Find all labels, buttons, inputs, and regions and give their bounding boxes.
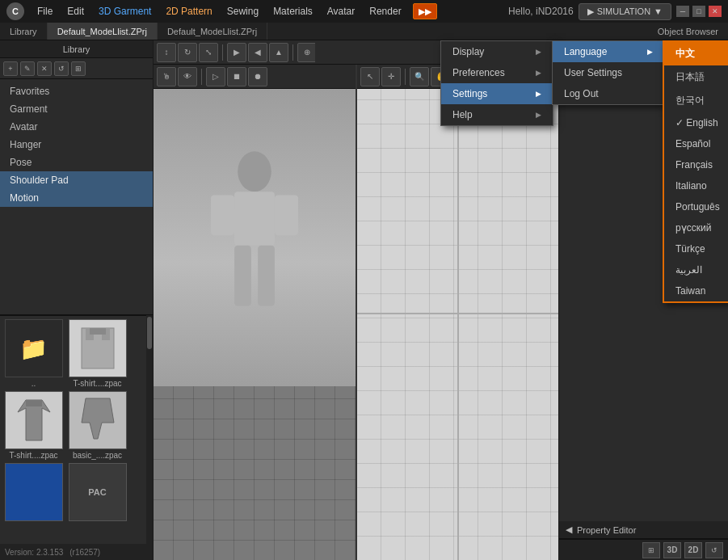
lang-japanese[interactable]: 日本語 [664, 65, 728, 89]
refresh-view-icon[interactable]: ↺ [705, 542, 723, 558]
sidebar-tree: Favorites Garment Avatar Hanger Pose Sho… [0, 79, 153, 314]
view-back[interactable]: ◀ [248, 43, 267, 62]
menu-2d-pattern[interactable]: 2D Pattern [159, 3, 218, 19]
lang-spanish[interactable]: Español [664, 133, 728, 154]
help-label: Help [452, 109, 473, 120]
2d-move[interactable]: ✛ [381, 67, 401, 86]
menu-3d-garment[interactable]: 3D Garment [92, 3, 158, 19]
thumb-tshirt2[interactable]: T-shirt....zpac [3, 391, 64, 460]
display-arrow: ▶ [536, 48, 541, 56]
lang-french[interactable]: Français [664, 154, 728, 175]
refresh-button[interactable]: ↺ [54, 61, 69, 76]
sidebar-item-hanger[interactable]: Hanger [0, 136, 153, 154]
log-out-label: Log Out [564, 88, 599, 99]
toolbar-sep-1 [222, 44, 223, 61]
lang-korean[interactable]: 한국어 [664, 89, 728, 112]
object-browser-tab[interactable]: Object Browser [648, 24, 728, 39]
menu-log-out[interactable]: Log Out [553, 83, 664, 104]
lang-portuguese-label: Português [675, 201, 720, 213]
menu-user-settings[interactable]: User Settings [553, 62, 664, 83]
2d-sel[interactable]: ↖ [360, 67, 380, 86]
3d-tool1[interactable]: ⊕ [297, 43, 317, 62]
settings-label: Settings [452, 88, 487, 99]
sidebar-item-shoulder-pad[interactable]: Shoulder Pad [0, 171, 153, 189]
thumb-pac[interactable]: PAC [67, 463, 128, 523]
right-panel-bottom: ⊞ 3D 2D ↺ [559, 539, 728, 560]
lang-english[interactable]: ✓ English [664, 112, 728, 133]
lang-arabic[interactable]: العربية [664, 259, 728, 280]
view-side[interactable]: ▲ [269, 43, 288, 62]
layout-icon-1[interactable]: ⊞ [642, 542, 660, 558]
center-tab-1[interactable]: Default_ModeLlist.ZPrj [48, 23, 158, 40]
sidebar-item-avatar[interactable]: Avatar [0, 118, 153, 136]
menu-file[interactable]: File [31, 3, 59, 19]
lang-portuguese[interactable]: Português [664, 196, 728, 217]
menu-settings[interactable]: Settings ▶ [441, 83, 553, 104]
settings-submenu: Language ▶ User Settings Log Out [552, 40, 665, 105]
window-controls: ─ □ ✕ [676, 6, 722, 17]
view-2d-icon[interactable]: 2D [684, 542, 702, 558]
viewport-2d[interactable] [357, 65, 559, 560]
menu-display[interactable]: Display ▶ [441, 41, 553, 62]
view-front[interactable]: ▶ [227, 43, 246, 62]
menu-language[interactable]: Language ▶ [553, 41, 664, 62]
thumb-img-folder: 📁 [5, 319, 63, 377]
thumb-label-tshirt2: T-shirt....zpac [5, 451, 63, 460]
collapse-icon: ◀ [566, 524, 572, 535]
minimize-button[interactable]: ─ [676, 6, 689, 17]
user-settings-label: User Settings [564, 67, 622, 78]
panel-header: Library Default_ModeLlist.ZPrj Default_M… [0, 23, 728, 40]
sidebar-item-pose[interactable]: Pose [0, 154, 153, 171]
title-bar-right: Hello, iND2016 ▶ SIMULATION ▼ ─ □ ✕ [508, 3, 722, 20]
delete-item-button[interactable]: ✕ [37, 61, 52, 76]
thumb-folder[interactable]: 📁 .. [3, 319, 64, 388]
3d-sim3[interactable]: ⏺ [248, 67, 267, 86]
view-3d-icon[interactable]: 3D [663, 542, 681, 558]
menu-avatar[interactable]: Avatar [321, 3, 361, 19]
close-button[interactable]: ✕ [709, 6, 722, 17]
edit-item-button[interactable]: ✎ [20, 61, 35, 76]
menu-edit[interactable]: Edit [61, 3, 90, 19]
scale-tool[interactable]: ⤡ [199, 43, 218, 62]
grid-view-button[interactable]: ⊞ [71, 61, 86, 76]
thumb-img-blue [5, 463, 63, 521]
3d-sim2[interactable]: ⏹ [227, 67, 246, 86]
3d-sim1[interactable]: ▷ [206, 67, 225, 86]
3d-nav2[interactable]: 👁 [178, 67, 197, 86]
lang-korean-label: 한국어 [675, 94, 705, 107]
lang-taiwan[interactable]: Taiwan [664, 280, 728, 301]
menu-render[interactable]: Render [363, 3, 407, 19]
menu-help[interactable]: Help ▶ [441, 104, 553, 125]
app-logo: C [6, 2, 24, 20]
sidebar-item-favorites[interactable]: Favorites [0, 82, 153, 100]
2d-zoom[interactable]: 🔍 [410, 67, 429, 86]
center-tab-2[interactable]: Default_ModeLlist.ZPrj [158, 23, 267, 40]
menu-preferences[interactable]: Preferences ▶ [441, 62, 553, 83]
move-tool[interactable]: ↕ [157, 43, 176, 62]
user-info: Hello, iND2016 [508, 6, 574, 17]
sim-dropdown-icon: ▼ [654, 6, 663, 16]
sidebar-item-garment[interactable]: Garment [0, 100, 153, 118]
lang-italian[interactable]: Italiano [664, 175, 728, 196]
viewport-3d-panel[interactable]: 🖱 👁 ▷ ⏹ ⏺ [154, 65, 357, 560]
thumb-blue[interactable] [3, 463, 64, 523]
viewport-3d[interactable] [154, 65, 356, 560]
3d-nav1[interactable]: 🖱 [157, 67, 176, 86]
library-tab[interactable]: Library [0, 23, 48, 40]
sidebar-item-motion[interactable]: Motion [0, 189, 153, 207]
rotate-tool[interactable]: ↻ [178, 43, 197, 62]
lang-chinese[interactable]: 中文 [664, 42, 728, 65]
menu-materials[interactable]: Materials [267, 3, 319, 19]
add-item-button[interactable]: + [3, 61, 18, 76]
main-dropdown-menu: Display ▶ Preferences ▶ Settings ▶ Help … [440, 40, 553, 126]
thumb-pants[interactable]: basic_....zpac [67, 391, 128, 460]
viewport-2d-panel[interactable]: ↖ ✛ 🔍 ✋ [357, 65, 559, 560]
menu-sewing[interactable]: Sewing [221, 3, 265, 19]
lang-turkish[interactable]: Türkçe [664, 238, 728, 259]
lang-russian[interactable]: рүсский [664, 217, 728, 238]
thumb-tshirt1[interactable]: T-shirt....zpac [67, 319, 128, 388]
thumb-scrollbar[interactable] [146, 315, 153, 544]
simulation-button[interactable]: ▶ SIMULATION ▼ [579, 3, 671, 20]
maximize-button[interactable]: □ [692, 6, 705, 17]
more-menu-button[interactable]: ▶▶ [413, 3, 437, 19]
